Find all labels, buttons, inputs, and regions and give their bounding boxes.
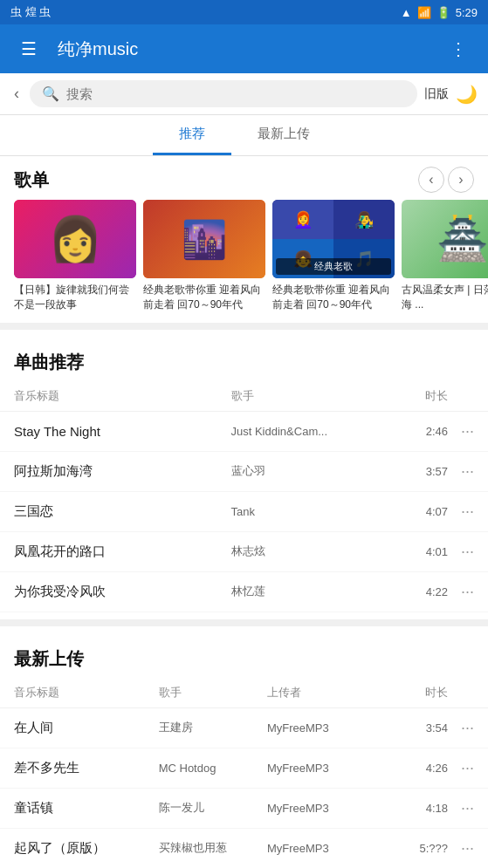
menu-button[interactable]: ☰ — [14, 31, 44, 66]
latest-more-button[interactable]: ··· — [448, 719, 474, 737]
song-artist: 林忆莲 — [231, 584, 376, 599]
playlist-cover: 👩 — [14, 200, 136, 278]
latest-more-button[interactable]: ··· — [448, 839, 474, 858]
playlist-cover: 👩‍🦰 👨‍🎤 👧 🎵 经典老歌 — [272, 200, 395, 278]
playlist-cover-image: 🌆 — [143, 200, 265, 278]
latest-row[interactable]: 起风了（原版） 买辣椒也用葱 MyFreeMP3 5:??? ··· — [0, 829, 488, 868]
latest-song-name: 童话镇 — [14, 800, 159, 817]
latest-song-duration: 5:??? — [375, 842, 448, 855]
latest-song-uploader: MyFreeMP3 — [267, 762, 375, 775]
latest-song-duration: 4:18 — [375, 802, 448, 815]
latest-song-uploader: MyFreeMP3 — [267, 802, 375, 815]
tab-recommend[interactable]: 推荐 — [153, 115, 231, 155]
playlist-cover: 🌆 — [143, 200, 265, 278]
playlist-item[interactable]: 👩‍🦰 👨‍🎤 👧 🎵 经典老歌 经典老歌带你重 迎着风向前走着 回70～90年… — [272, 200, 395, 312]
playlist-item-desc: 古风温柔女声 | 日落归山海 ... — [402, 283, 488, 312]
song-more-button[interactable]: ··· — [448, 543, 474, 561]
status-icons: 虫 煌 虫 — [10, 4, 51, 20]
latest-section-title: 最新上传 — [0, 633, 488, 678]
time-display: 5:29 — [456, 6, 478, 19]
status-bar: 虫 煌 虫 ▲ 📶 🔋 5:29 — [0, 0, 488, 24]
latest-song-artist: 买辣椒也用葱 — [159, 840, 267, 856]
songs-header-artist: 歌手 — [231, 388, 376, 404]
app-title: 纯净music — [58, 38, 138, 61]
playlist-item-desc: 经典老歌带你重 迎着风向前走着 回70～90年代 — [272, 283, 395, 312]
song-artist: 蓝心羽 — [231, 463, 376, 479]
back-button[interactable]: ‹ — [10, 81, 23, 106]
playlist-item[interactable]: 👩 【日韩】旋律就我们何尝不是一段故事 — [14, 200, 136, 312]
latest-song-artist: MC Hotdog — [159, 762, 267, 775]
search-bar: ‹ 🔍 旧版 🌙 — [0, 73, 488, 115]
songs-section: 单曲推荐 音乐标题 歌手 时长 Stay The Night Just Kidd… — [0, 337, 488, 619]
tab-latest-upload[interactable]: 最新上传 — [231, 115, 336, 155]
song-duration: 4:07 — [375, 505, 448, 518]
playlist-item-desc: 经典老歌带你重 迎着风向前走着 回70～90年代 — [143, 283, 265, 312]
song-row[interactable]: 三国恋 Tank 4:07 ··· — [0, 492, 488, 532]
song-artist: Just Kiddin&Cam... — [231, 425, 376, 438]
latest-uploads-section: 最新上传 音乐标题 歌手 上传者 时长 在人间 王建房 MyFreeMP3 3:… — [0, 633, 488, 868]
carousel-prev-button[interactable]: ‹ — [418, 167, 444, 193]
search-input[interactable] — [66, 86, 405, 101]
latest-row[interactable]: 差不多先生 MC Hotdog MyFreeMP3 4:26 ··· — [0, 748, 488, 789]
playlist-cover-image: 👩 — [14, 200, 136, 278]
song-duration: 2:46 — [375, 425, 448, 438]
search-input-container: 🔍 — [30, 80, 417, 107]
status-right: ▲ 📶 🔋 5:29 — [401, 6, 478, 19]
song-name: 三国恋 — [14, 503, 231, 520]
song-name: 凤凰花开的路口 — [14, 543, 231, 560]
song-more-button[interactable]: ··· — [448, 502, 474, 521]
song-row[interactable]: 为你我受冷风吹 林忆莲 4:22 ··· — [0, 572, 488, 612]
latest-header-uploader: 上传者 — [267, 685, 375, 701]
song-row[interactable]: 阿拉斯加海湾 蓝心羽 3:57 ··· — [0, 452, 488, 492]
latest-song-artist: 陈一发儿 — [159, 800, 267, 816]
playlist-item[interactable]: 🏯 古风温柔女声 | 日落归山海 ... — [402, 200, 488, 312]
songs-section-title: 单曲推荐 — [0, 337, 488, 381]
song-artist: Tank — [231, 505, 376, 518]
search-right-buttons: 旧版 🌙 — [424, 84, 478, 105]
app-bar: ☰ 纯净music ⋮ — [0, 24, 488, 73]
playlist-section-title: 歌单 — [14, 168, 49, 192]
app-bar-left: ☰ 纯净music — [14, 31, 138, 66]
latest-song-artist: 王建房 — [159, 720, 267, 735]
latest-more-button[interactable]: ··· — [448, 799, 474, 817]
more-menu-button[interactable]: ⋮ — [443, 31, 474, 66]
song-name: 为你我受冷风吹 — [14, 584, 231, 600]
song-duration: 4:22 — [375, 585, 448, 598]
tabs-container: 推荐 最新上传 — [0, 115, 488, 156]
section-divider — [0, 323, 488, 330]
songs-header-title: 音乐标题 — [14, 388, 231, 404]
old-version-button[interactable]: 旧版 — [424, 86, 449, 102]
cover-label: 经典老歌 — [276, 258, 391, 275]
songs-table-header: 音乐标题 歌手 时长 — [0, 381, 488, 412]
section-divider — [0, 619, 488, 626]
song-more-button[interactable]: ··· — [448, 462, 474, 481]
song-more-button[interactable]: ··· — [448, 422, 474, 441]
latest-song-name: 起风了（原版） — [14, 840, 159, 857]
playlist-section: 歌单 ‹ › 👩 【日韩】旋律就我们何尝不是一段故事 🌆 — [0, 156, 488, 323]
songs-header-duration: 时长 — [375, 388, 448, 404]
latest-song-duration: 4:26 — [375, 762, 448, 775]
main-content: 歌单 ‹ › 👩 【日韩】旋律就我们何尝不是一段故事 🌆 — [0, 156, 488, 868]
wifi-icon: ▲ — [401, 6, 412, 19]
song-row[interactable]: Stay The Night Just Kiddin&Cam... 2:46 ·… — [0, 412, 488, 452]
playlist-header: 歌单 ‹ › — [0, 156, 488, 200]
playlist-item-desc: 【日韩】旋律就我们何尝不是一段故事 — [14, 283, 136, 312]
carousel-next-button[interactable]: › — [448, 167, 474, 193]
signal-icon: 📶 — [417, 6, 431, 19]
latest-song-uploader: MyFreeMP3 — [267, 721, 375, 735]
latest-song-uploader: MyFreeMP3 — [267, 842, 375, 855]
status-left: 虫 煌 虫 — [10, 4, 51, 20]
latest-more-button[interactable]: ··· — [448, 759, 474, 777]
playlist-scroll[interactable]: 👩 【日韩】旋律就我们何尝不是一段故事 🌆 经典老歌带你重 迎着风向前走着 回7… — [0, 200, 488, 312]
latest-song-name: 差不多先生 — [14, 760, 159, 776]
songs-header-more — [448, 388, 474, 404]
latest-row[interactable]: 在人间 王建房 MyFreeMP3 3:54 ··· — [0, 708, 488, 748]
dark-mode-button[interactable]: 🌙 — [456, 84, 478, 105]
latest-song-duration: 3:54 — [375, 721, 448, 735]
latest-row[interactable]: 童话镇 陈一发儿 MyFreeMP3 4:18 ··· — [0, 789, 488, 829]
song-more-button[interactable]: ··· — [448, 583, 474, 601]
song-duration: 3:57 — [375, 465, 448, 478]
battery-icon: 🔋 — [436, 6, 450, 19]
playlist-item[interactable]: 🌆 经典老歌带你重 迎着风向前走着 回70～90年代 — [143, 200, 265, 312]
song-row[interactable]: 凤凰花开的路口 林志炫 4:01 ··· — [0, 532, 488, 572]
